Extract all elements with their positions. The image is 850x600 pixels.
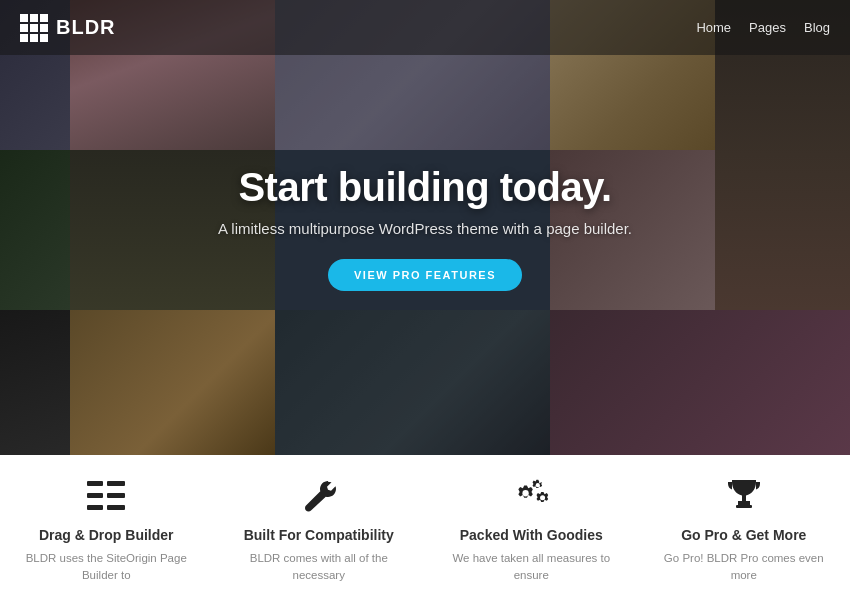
svg-rect-9	[736, 505, 752, 508]
feature-compatibility-title: Built For Compatibility	[244, 527, 394, 543]
header: BLDR Home Pages Blog	[0, 0, 850, 55]
hero-cell-10	[70, 310, 275, 455]
svg-point-6	[523, 490, 529, 496]
hero-section: Start building today. A limitless multip…	[0, 0, 850, 455]
wrench-icon	[300, 475, 338, 517]
nav: Home Pages Blog	[696, 20, 830, 35]
cta-button[interactable]: VIEW PRO FEATURES	[328, 259, 522, 291]
logo-text: BLDR	[56, 16, 116, 39]
nav-blog[interactable]: Blog	[804, 20, 830, 35]
nav-home[interactable]: Home	[696, 20, 731, 35]
svg-rect-0	[87, 481, 103, 486]
feature-goodies-title: Packed With Goodies	[460, 527, 603, 543]
feature-pro-desc: Go Pro! BLDR Pro comes even more	[658, 550, 831, 585]
trophy-icon	[725, 475, 763, 517]
hero-cell-7	[70, 150, 275, 310]
grid-icon	[20, 14, 48, 42]
feature-drag-drop-title: Drag & Drop Builder	[39, 527, 174, 543]
hero-cell-12	[550, 310, 850, 455]
hero-cell-11	[275, 310, 550, 455]
feature-drag-drop: Drag & Drop Builder BLDR uses the SiteOr…	[0, 475, 213, 585]
gears-icon	[512, 475, 550, 517]
list-icon	[87, 475, 125, 517]
svg-rect-3	[107, 493, 125, 498]
logo: BLDR	[20, 14, 116, 42]
hero-cell-6	[0, 150, 70, 310]
feature-compatibility: Built For Compatibility BLDR comes with …	[213, 475, 426, 585]
hero-cell-9	[0, 310, 70, 455]
svg-rect-2	[87, 493, 103, 498]
feature-goodies-desc: We have taken all measures to ensure	[445, 550, 618, 585]
feature-pro: Go Pro & Get More Go Pro! BLDR Pro comes…	[638, 475, 851, 585]
svg-rect-4	[87, 505, 103, 510]
feature-compatibility-desc: BLDR comes with all of the necessary	[233, 550, 406, 585]
feature-pro-title: Go Pro & Get More	[681, 527, 806, 543]
feature-goodies: Packed With Goodies We have taken all me…	[425, 475, 638, 585]
svg-rect-5	[107, 505, 125, 510]
feature-drag-drop-desc: BLDR uses the SiteOrigin Page Builder to	[20, 550, 193, 585]
svg-point-8	[540, 495, 545, 500]
nav-pages[interactable]: Pages	[749, 20, 786, 35]
hero-cell-8	[550, 150, 715, 310]
features-section: Drag & Drop Builder BLDR uses the SiteOr…	[0, 455, 850, 600]
svg-point-7	[536, 483, 540, 487]
svg-rect-1	[107, 481, 125, 486]
